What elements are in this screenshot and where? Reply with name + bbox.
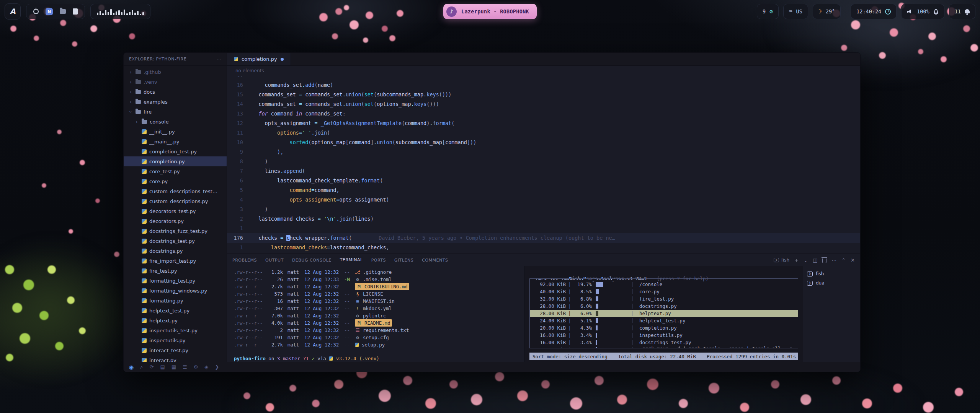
tree-item-decorators-py[interactable]: decorators.py: [124, 216, 227, 226]
maximize-panel-button[interactable]: ⌃: [841, 257, 846, 263]
profile-dropdown-chevron[interactable]: ⌄: [804, 257, 808, 263]
notifications-module[interactable]: 11: [949, 4, 975, 19]
dua-row-helptext-test-py[interactable]: 24.00 KiB|5.1%helptext_test.py: [530, 317, 798, 324]
tree-item-helptext-test-py[interactable]: helptext_test.py: [124, 306, 227, 315]
prompt-icon[interactable]: ❯: [215, 364, 219, 369]
tree-item-interact-test-py[interactable]: interact_test.py: [124, 345, 227, 355]
tree-item-examples[interactable]: ›examples: [124, 97, 227, 107]
code-line[interactable]: 3 ): [227, 205, 860, 214]
code-line[interactable]: 6 lastcommand_check_template.format(: [227, 176, 860, 185]
dua-row-docstrings-test-py[interactable]: 16.00 KiB|3.4%docstrings_test.py: [530, 339, 798, 346]
tree-item-docs[interactable]: ›docs: [124, 87, 227, 97]
search-icon[interactable]: ⌕: [140, 364, 143, 369]
code-line[interactable]: 11 options=' '.join(: [227, 128, 860, 138]
tree-item-helptext-py[interactable]: helptext.py: [124, 315, 227, 325]
diamond-icon[interactable]: ◈: [204, 364, 208, 369]
tree-item-core-py[interactable]: core.py: [124, 176, 227, 186]
tree-item--venv[interactable]: ›.venv: [124, 77, 227, 87]
remote-indicator[interactable]: ◉: [129, 364, 134, 370]
code-line[interactable]: 14 commands_set = commands_set.union(set…: [227, 99, 860, 109]
tree-item-completion-py[interactable]: completion.py: [124, 156, 227, 166]
panel-tab-comments[interactable]: COMMENTS: [422, 254, 448, 266]
tree-item-custom-descriptions-py[interactable]: custom_descriptions.py: [124, 196, 227, 206]
code-line[interactable]: 16 commands_set.add(name): [227, 80, 860, 90]
keyboard-layout-module[interactable]: ⌨ US: [783, 4, 808, 19]
tree-item-core-test-py[interactable]: core_test.py: [124, 166, 227, 176]
explorer-more-icon[interactable]: ⋯: [217, 57, 221, 62]
panel-tab-problems[interactable]: PROBLEMS: [232, 254, 257, 266]
tree-item--main-py[interactable]: __main__.py: [124, 137, 227, 146]
music-player-widget[interactable]: ♪ Lazerpunk - ROBOPHONK: [443, 4, 537, 19]
tree-item-formatting-windows-py[interactable]: formatting_windows.py: [124, 286, 227, 296]
terminal-session-fish[interactable]: ❯fish: [807, 269, 856, 278]
notes-icon[interactable]: [73, 8, 78, 15]
tree-item--init-py[interactable]: __init__.py: [124, 127, 227, 137]
tree-item-docstrings-py[interactable]: docstrings.py: [124, 246, 227, 256]
code-line[interactable]: 1: [227, 224, 860, 233]
dua-row-completion-py[interactable]: 20.00 KiB|4.3%completion.py: [530, 324, 798, 332]
code-line[interactable]: 8 ): [227, 157, 860, 166]
code-line[interactable]: 1 lastcommand_checks=lastcommand_checks,: [227, 243, 860, 252]
code-line[interactable]: 13 for command in commands_set:: [227, 109, 860, 119]
terminal-profile-chip[interactable]: ❯ fish: [774, 257, 789, 263]
clock-module[interactable]: 12:40:24: [851, 4, 897, 19]
breadcrumb[interactable]: no elements: [227, 66, 860, 76]
neovim-badge[interactable]: N: [46, 8, 53, 15]
terminal-dua[interactable]: Disk Usage Analyzer v2.29.2(press ? for …: [524, 266, 803, 362]
tree-item-formatting-py[interactable]: formatting.py: [124, 296, 227, 306]
tree-item-inspectutils-test-py[interactable]: inspectutils_test.py: [124, 325, 227, 335]
terminal-session-dua[interactable]: ❯dua: [807, 278, 856, 288]
tree-item--github[interactable]: ›.github: [124, 67, 227, 77]
tree-item-completion-test-py[interactable]: completion_test.py: [124, 146, 227, 156]
tree-item-fire[interactable]: ›fire: [124, 107, 227, 117]
tree-item-docstrings-fuzz-test-py[interactable]: docstrings_fuzz_test.py: [124, 226, 227, 236]
tab-completion-py[interactable]: completion.py: [227, 53, 291, 65]
modified-dot-icon[interactable]: [281, 58, 284, 61]
folder-icon[interactable]: ▤: [160, 364, 165, 369]
tree-item-fire-import-test-py[interactable]: fire_import_test.py: [124, 256, 227, 266]
tree-item-console[interactable]: ›console: [124, 117, 227, 127]
code-line[interactable]: 15 commands_set = commands_set.union(set…: [227, 90, 860, 99]
code-line[interactable]: 12 opts_assignment = _GetOptsAssignmentT…: [227, 119, 860, 128]
panel-tab-debug-console[interactable]: DEBUG CONSOLE: [292, 254, 332, 266]
code-editor[interactable]: 17 """16 commands_set.add(name)15 comman…: [227, 76, 860, 254]
panel-tab-ports[interactable]: PORTS: [371, 254, 386, 266]
code-line[interactable]: 5 command=command,: [227, 185, 860, 195]
layout-icon[interactable]: ▦: [172, 364, 176, 369]
code-line[interactable]: 4 opts_assignment=opts_assignment): [227, 195, 860, 205]
weather-module[interactable]: ☽ 29°: [813, 4, 841, 19]
panel-tab-terminal[interactable]: TERMINAL: [340, 254, 363, 266]
launcher-button[interactable]: A: [5, 3, 21, 20]
tree-item-custom-descriptions-test-[interactable]: custom_descriptions_test…: [124, 186, 227, 196]
terminal-fish[interactable]: .rw-r--r--1.2kmatt12 Aug 12:32--⎇.gitign…: [227, 266, 524, 362]
tree-item-docstrings-test-py[interactable]: docstrings_test.py: [124, 236, 227, 246]
list-icon[interactable]: ☰: [183, 364, 187, 369]
dua-row-core-py[interactable]: 40.00 KiB|8.5%core.py: [530, 288, 798, 295]
dua-row-helptext-py[interactable]: 28.00 KiB|6.0%helptext.py: [530, 310, 798, 317]
code-line[interactable]: 176 checks = check_wrapper.format(David …: [227, 233, 860, 243]
tree-item-decorators-test-py[interactable]: decorators_test.py: [124, 206, 227, 216]
code-line[interactable]: 9 ),: [227, 147, 860, 157]
code-line[interactable]: 2 lastcommand_checks = '\n'.join(lines): [227, 214, 860, 224]
split-terminal-button[interactable]: ◫: [813, 257, 817, 263]
close-panel-button[interactable]: ✕: [851, 257, 855, 263]
code-line[interactable]: 10 sorted(options_map[command].union(sub…: [227, 138, 860, 147]
updates-module[interactable]: 9 ⚙: [757, 4, 779, 19]
panel-tab-output[interactable]: OUTPUT: [265, 254, 284, 266]
gear-icon[interactable]: ⚙: [194, 364, 198, 369]
dua-row-inspectutils-py[interactable]: 16.00 KiB|3.4%inspectutils.py: [530, 332, 798, 339]
folder-icon[interactable]: [60, 9, 66, 14]
kill-terminal-button[interactable]: [822, 259, 826, 263]
dua-row--console[interactable]: 92.00 KiB|19.7%/console: [530, 281, 798, 288]
dua-row-fire-test-py[interactable]: 32.00 KiB|6.8%fire_test.py: [530, 295, 798, 302]
dua-row-docstrings-py[interactable]: 28.00 KiB|6.0%docstrings.py: [530, 302, 798, 310]
tree-item-fire-test-py[interactable]: fire_test.py: [124, 266, 227, 276]
code-line[interactable]: 17 """: [227, 76, 860, 80]
more-actions-button[interactable]: ⋯: [831, 257, 836, 263]
sync-icon[interactable]: ⟳: [150, 364, 154, 369]
code-line[interactable]: 7 lines.append(: [227, 166, 860, 176]
tree-item-interact-py[interactable]: interact.py: [124, 355, 227, 362]
new-terminal-button[interactable]: +: [794, 257, 799, 263]
record-icon[interactable]: [33, 9, 39, 14]
tree-item-inspectutils-py[interactable]: inspectutils.py: [124, 335, 227, 345]
